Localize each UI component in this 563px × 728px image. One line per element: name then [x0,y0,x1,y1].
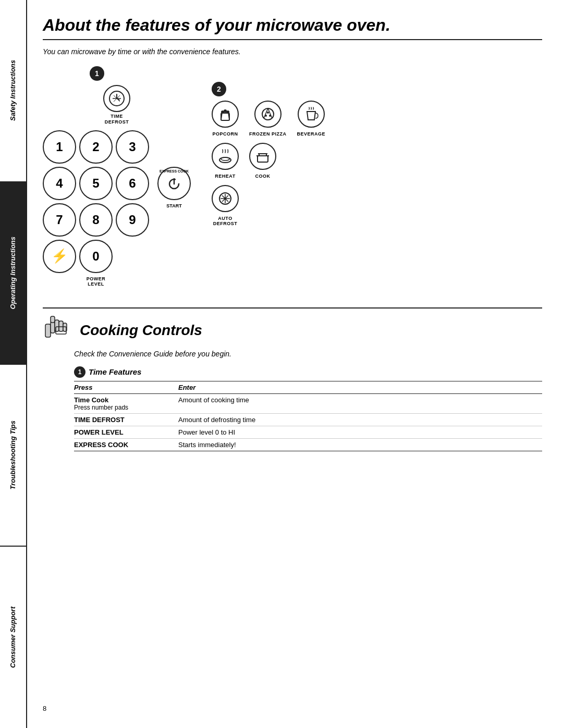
key-0[interactable]: 0 [79,240,113,273]
press-cell: TIME DEFROST [74,413,178,426]
svg-point-11 [226,110,229,114]
sidebar-item-safety[interactable]: Safety Instructions [0,0,26,182]
convenience-row-1: POPCORN FROZEN PIZZA [212,101,325,137]
popcorn-icon [212,101,239,128]
auto-defrost-label: AUTODEFROST [213,216,238,226]
frozen-pizza-item: FROZEN PIZZA [249,101,287,137]
svg-point-19 [269,115,271,117]
reheat-item: REHEAT [212,143,239,179]
key-9[interactable]: 9 [116,203,149,237]
sidebar-label-troubleshooting: Troubleshooting Tips [9,421,17,489]
time-features-number: 1 [74,366,85,378]
right-panel: 2 [212,66,542,287]
hand-finger-icon [43,314,71,348]
press-cell: Time Cook Press number pads [74,393,178,413]
key-4[interactable]: 4 [43,167,76,200]
auto-defrost-row: AUTODEFROST [212,185,239,226]
express-cook-label: EXPRESS COOK [160,169,189,173]
sidebar-label-consumer: Consumer Support [9,607,17,668]
popcorn-item: POPCORN [212,101,239,137]
svg-point-32 [224,198,226,200]
time-defrost-label: TIMEDEFROST [105,114,129,125]
press-cell: POWER LEVEL [74,426,178,438]
start-label: START [166,203,181,208]
enter-cell: Power level 0 to HI [178,426,542,438]
svg-rect-36 [59,321,63,331]
sidebar-label-safety: Safety Instructions [9,60,17,121]
sidebar-label-operating: Operating Instructions [9,237,17,309]
svg-rect-33 [45,324,51,337]
page-number: 8 [43,694,542,712]
frozen-pizza-icon [254,101,282,128]
reheat-label: REHEAT [215,174,235,179]
key-5[interactable]: 5 [79,167,113,200]
time-defrost-circle [103,85,130,112]
reheat-icon [212,143,239,170]
sidebar: Safety Instructions Operating Instructio… [0,0,27,728]
auto-defrost-icon [212,185,239,212]
beverage-icon [298,101,325,128]
svg-rect-34 [51,322,55,333]
cooking-controls-header: Cooking Controls [43,314,542,348]
cooking-controls-subtitle: Check the Convenience Guide before you b… [74,350,542,358]
cooking-controls-title: Cooking Controls [80,322,202,339]
cooking-controls-section: Cooking Controls Check the Convenience G… [43,307,542,451]
express-cook-button[interactable]: EXPRESS COOK [157,167,191,200]
key-power[interactable]: ⚡ [43,240,76,273]
section-1-number: 1 [90,66,104,81]
enter-cell: Amount of cooking time [178,393,542,413]
enter-cell: Amount of defrosting time [178,413,542,426]
time-features-title: Time Features [89,367,141,376]
keypad-grid: 1 2 3 4 5 6 7 8 9 ⚡ [43,130,149,287]
auto-defrost-item: AUTODEFROST [212,185,239,226]
key-1[interactable]: 1 [43,130,76,164]
col-enter-header: Enter [178,381,542,393]
cook-label: COOK [255,174,271,179]
table-row: TIME DEFROST Amount of defrosting time [74,413,542,426]
left-panel: 1 TIME [43,66,191,287]
sidebar-item-consumer[interactable]: Consumer Support [0,547,26,728]
table-row: EXPRESS COOK Starts immediately! [74,438,542,451]
key-8[interactable]: 8 [79,203,113,237]
frozen-pizza-label: FROZEN PIZZA [249,131,287,137]
press-cell: EXPRESS COOK [74,438,178,451]
time-defrost-svg [108,90,125,107]
popcorn-label: POPCORN [212,131,238,137]
key-7[interactable]: 7 [43,203,76,237]
key-2[interactable]: 2 [79,130,113,164]
keypad-area: 1 2 3 4 5 6 7 8 9 ⚡ [43,130,191,287]
sidebar-item-troubleshooting[interactable]: Troubleshooting Tips [0,365,26,547]
time-features-header: 1 Time Features [74,366,542,378]
key-6[interactable]: 6 [116,167,149,200]
svg-rect-38 [51,316,55,323]
express-start-column: EXPRESS COOK START [157,167,191,208]
key-3[interactable]: 3 [116,130,149,164]
svg-point-17 [267,112,269,114]
main-content: About the features of your microwave ove… [27,0,563,728]
beverage-label: BEVERAGE [297,131,326,137]
cook-icon [249,143,276,170]
svg-rect-22 [258,156,268,162]
time-defrost-icon: TIMEDEFROST [103,85,130,125]
keypad: 1 2 3 4 5 6 7 8 9 ⚡ [43,130,149,273]
svg-point-18 [265,115,267,117]
svg-rect-35 [55,320,59,331]
col-press-header: Press [74,381,178,393]
express-cook-icon [167,176,181,191]
section-2-number: 2 [212,82,226,96]
table-row: POWER LEVEL Power level 0 to HI [74,426,542,438]
table-row: Time Cook Press number pads Amount of co… [74,393,542,413]
features-table: Press Enter Time Cook Press number pads … [74,381,542,451]
page-subtitle: You can microwave by time or with the co… [43,47,542,56]
features-area: 1 TIME [43,66,542,287]
enter-cell: Starts immediately! [178,438,542,451]
sidebar-item-operating[interactable]: Operating Instructions [0,182,26,365]
time-features-section: 1 Time Features Press Enter Time Cook [74,366,542,451]
cook-item: COOK [249,143,276,179]
page-title: About the features of your microwave ove… [43,16,542,40]
power-level-label: POWERLEVEL [43,276,149,287]
reheat-cook-row: REHEAT COO [212,143,276,179]
beverage-item: BEVERAGE [297,101,326,137]
